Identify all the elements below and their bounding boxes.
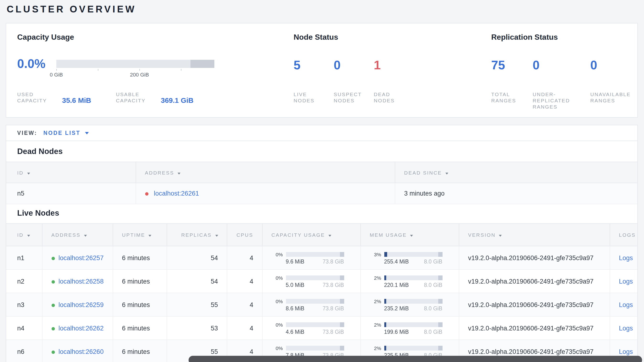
node-address-link[interactable]: localhost:26261 [154,190,199,197]
logs-link[interactable]: Logs [619,348,633,355]
stat-dead-nodes: 1 DEAD NODES [374,58,414,104]
live-status-icon [51,327,55,330]
uptime-cell: 6 minutes [113,316,166,340]
column-header-version[interactable]: VERSION [459,224,610,246]
capacity-details: USED CAPACITY 35.6 MiB USABLE CAPACITY 3… [17,91,287,104]
mem-bar [384,252,442,257]
column-header-capacity-usage[interactable]: CAPACITY USAGE [262,224,360,246]
live-nodes-value: 5 [294,58,334,72]
mem-used-value: 235.2 MiB [384,305,409,311]
node-address-link[interactable]: localhost:26258 [58,278,104,285]
stat-under-replicated-ranges: 0 UNDER-REPLICATED RANGES [532,58,590,110]
dead-since-cell: 3 minutes ago [395,183,637,204]
capacity-bar [286,322,344,327]
capacity-bar-reserved [340,252,344,257]
mem-bar-fill [384,322,386,327]
live-node-row: n4 localhost:26262 6 minutes 53 4 0% 4.6… [6,316,637,340]
mem-bar [384,299,442,303]
capacity-total-value: 73.8 GiB [323,305,344,311]
version-cell: v19.2.0-alpha.20190606-2491-gfe735c9a97 [459,293,610,316]
view-dropdown-value: NODE LIST [44,130,80,136]
dead-nodes-label: DEAD NODES [374,91,404,104]
logs-cell: Logs [610,246,637,269]
dead-nodes-value: 1 [374,58,414,72]
capacity-used-value: 5.0 MiB [286,282,304,288]
capacity-percent: 0% [270,275,283,280]
column-header-uptime[interactable]: UPTIME [113,224,166,246]
logs-link[interactable]: Logs [619,301,633,308]
used-capacity-label: USED CAPACITY [17,91,56,104]
node-status-stats: 5 LIVE NODES 0 SUSPECT NODES 1 DEAD NODE… [294,58,480,104]
live-nodes-label: LIVE NODES [294,91,324,104]
sort-arrow-icon [148,235,151,237]
capacity-percent: 0% [270,322,283,327]
column-header-address[interactable]: ADDRESS [42,224,113,246]
view-dropdown[interactable]: NODE LIST [44,130,88,136]
node-address-link[interactable]: localhost:26262 [58,324,104,332]
live-nodes-table: ID ADDRESS UPTIME REPLICAS CPUS CAPACITY… [6,223,637,362]
replicas-cell: 55 [166,293,227,316]
node-address-link[interactable]: localhost:26259 [58,301,104,308]
column-header-cpus[interactable]: CPUS [227,224,262,246]
node-address-link[interactable]: localhost:26257 [58,254,104,261]
cpus-cell: 4 [227,293,262,316]
stat-live-nodes: 5 LIVE NODES [294,58,334,104]
node-address-cell: localhost:26258 [42,269,113,293]
node-address-cell: localhost:26259 [42,293,113,316]
node-address-cell: localhost:26257 [42,246,113,269]
node-address-cell: localhost:26260 [42,340,113,362]
capacity-used-value: 8.6 MiB [286,305,304,311]
column-header-address[interactable]: ADDRESS [136,162,395,183]
capacity-usage-cell: 0% 8.6 MiB73.8 GiB [262,293,360,316]
capacity-bar [286,275,344,280]
cpus-cell: 4 [227,316,262,340]
dead-nodes-table-header: ID ADDRESS DEAD SINCE [6,162,637,183]
usable-capacity-value: 369.1 GiB [161,97,194,104]
uptime-cell: 6 minutes [113,269,166,293]
mem-bar-fill [384,345,386,350]
axis-tick [56,69,57,71]
column-header-logs: LOGS [610,224,637,246]
capacity-bar [286,345,344,350]
node-status-section: Node Status 5 LIVE NODES 0 SUSPECT NODES… [294,24,480,117]
live-status-icon [51,280,55,283]
column-header-replicas[interactable]: REPLICAS [166,224,227,246]
sort-arrow-icon [328,235,331,237]
column-header-id[interactable]: ID [6,224,42,246]
sort-arrow-icon [84,235,87,237]
capacity-bar-reserved [340,299,344,303]
column-header-id[interactable]: ID [6,162,136,183]
cpus-cell: 4 [227,269,262,293]
live-node-row: n2 localhost:26258 6 minutes 54 4 0% 5.0… [6,269,637,293]
mem-percent: 2% [369,298,381,304]
sort-arrow-icon [499,235,502,237]
logs-cell: Logs [610,269,637,293]
suspect-nodes-label: SUSPECT NODES [334,91,364,104]
capacity-usage-cell: 0% 9.6 MiB73.8 GiB [262,246,360,269]
capacity-percent: 0% [270,298,283,304]
total-ranges-label: TOTAL RANGES [491,91,522,104]
logs-link[interactable]: Logs [619,324,633,332]
replicas-cell: 53 [166,316,227,340]
axis-tick [98,69,98,71]
nodes-card: VIEW: NODE LIST Dead Nodes ID ADDRESS DE… [6,125,638,362]
node-id-cell: n3 [6,293,42,316]
mem-used-value: 220.1 MiB [384,282,409,288]
logs-link[interactable]: Logs [619,278,633,285]
total-ranges-value: 75 [491,58,532,72]
mem-usage-cell: 3% 255.4 MiB8.0 GiB [360,246,459,269]
dead-node-row: n5 localhost:26261 3 minutes ago [6,183,637,204]
mem-percent: 3% [369,251,381,257]
logs-cell: Logs [610,316,637,340]
horizontal-scrollbar[interactable] [188,356,642,362]
capacity-percent: 0% [270,251,283,257]
logs-link[interactable]: Logs [619,254,633,261]
summary-card: Capacity Usage 0.0% 0 GiB 200 GiB USED C… [6,23,638,118]
used-capacity-value: 35.6 MiB [62,97,91,104]
node-address-link[interactable]: localhost:26260 [58,348,104,355]
replicas-cell: 54 [166,246,227,269]
column-header-mem-usage[interactable]: MEM USAGE [360,224,459,246]
live-status-icon [51,257,55,260]
column-header-dead-since[interactable]: DEAD SINCE [395,162,637,183]
usable-capacity-label: USABLE CAPACITY [116,91,155,104]
